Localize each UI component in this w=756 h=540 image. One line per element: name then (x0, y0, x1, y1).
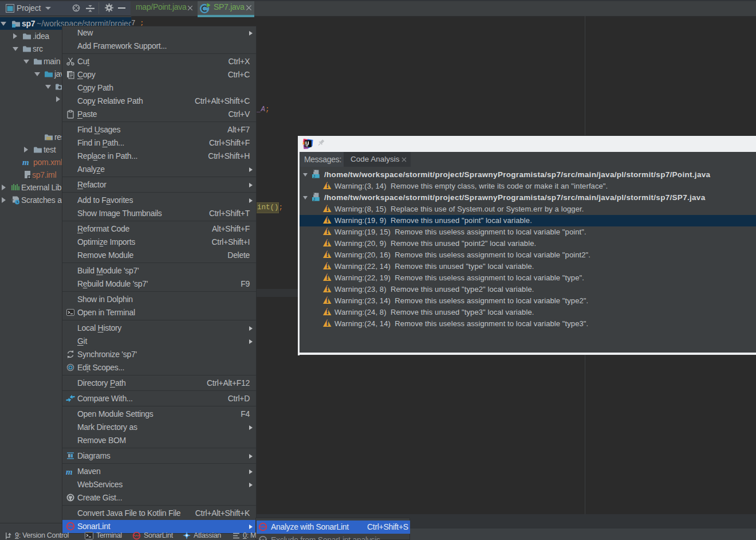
svg-text:J: J (313, 174, 315, 178)
svg-text:J: J (313, 197, 315, 201)
